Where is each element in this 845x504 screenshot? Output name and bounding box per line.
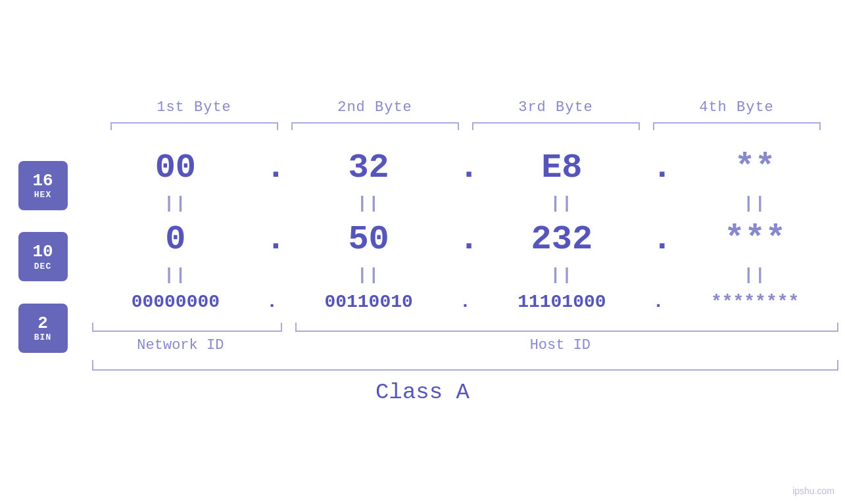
watermark: ipshu.com [792,486,834,496]
equals-row-2: || || || || [85,264,845,286]
dec-byte1-cell: 0 [85,220,266,259]
values-section: 16 HEX 10 DEC 2 BIN 00 . 32 [0,143,845,371]
hex-byte2: 32 [326,149,412,187]
class-label: Class A [0,380,845,405]
bin-dot2: . [459,292,472,312]
dec-badge-label: DEC [34,262,51,271]
bin-dot1: . [266,292,279,312]
eq2-cell1: || [85,265,266,285]
bin-byte4-cell: ******** [665,292,845,312]
main-container: 1st Byte 2nd Byte 3rd Byte 4th Byte 16 H… [0,0,845,504]
eq2-cell4: || [665,265,845,285]
dec-dot3: . [652,220,665,259]
dec-byte4: *** [712,220,798,259]
hex-dot3: . [652,149,665,187]
bin-badge-label: BIN [34,332,51,342]
bracket-byte4 [653,122,821,130]
eq1-cell2: || [279,194,459,214]
dec-byte2-cell: 50 [279,220,459,259]
hex-dot1: . [266,149,279,187]
eq1-sym4: || [744,194,767,214]
dec-badge: 10 DEC [18,232,68,281]
dec-dot2: . [459,220,472,259]
eq1-sym2: || [357,194,380,214]
bin-value-row: 00000000 . 00110010 . 11101000 . *******… [85,286,845,317]
network-host-labels: Network ID Host ID [85,337,845,354]
host-id-label: Host ID [276,337,845,354]
byte3-header: 3rd Byte [466,99,646,116]
bracket-byte2 [291,122,459,130]
eq2-sym4: || [744,265,767,285]
bin-badge-number: 2 [37,314,48,333]
eq1-cell3: || [472,194,652,214]
dec-byte3-cell: 232 [472,220,652,259]
bin-byte4: ******** [711,292,799,312]
class-bracket [92,360,838,371]
eq2-sym2: || [357,265,380,285]
eq2-cell3: || [472,265,652,285]
hex-badge: 16 HEX [18,161,68,210]
bin-byte1: 00000000 [132,292,220,312]
bin-byte3: 11101000 [518,292,606,312]
bin-badge: 2 BIN [18,304,68,353]
hex-badge-label: HEX [34,190,51,200]
byte-headers: 1st Byte 2nd Byte 3rd Byte 4th Byte [104,99,827,116]
hex-badge-number: 16 [32,172,53,191]
dec-value-row: 0 . 50 . 232 . *** [85,215,845,264]
hex-value-row: 00 . 32 . E8 . ** [85,143,845,193]
eq1-cell1: || [85,194,266,214]
bracket-byte1 [110,122,278,130]
dec-dot1: . [266,220,279,259]
hex-dot2: . [459,149,472,187]
byte4-header: 4th Byte [646,99,827,116]
dec-byte3: 232 [519,220,604,259]
content-area: 00 . 32 . E8 . ** || || [85,143,845,371]
bin-byte1-cell: 00000000 [85,292,266,312]
network-id-label: Network ID [85,337,276,354]
bin-dot3: . [652,292,665,312]
bin-byte2: 00110010 [324,292,412,312]
eq1-sym1: || [164,194,187,214]
hex-byte1: 00 [133,149,218,187]
network-bracket [92,323,282,332]
top-brackets [104,122,827,130]
eq1-cell4: || [665,194,845,214]
bracket-byte3 [472,122,640,130]
eq1-sym3: || [550,194,573,214]
bin-byte2-cell: 00110010 [279,292,459,312]
hex-byte4-cell: ** [665,149,845,187]
hex-byte2-cell: 32 [279,149,459,187]
bottom-brackets-row [85,323,845,332]
eq2-cell2: || [279,265,459,285]
eq2-sym1: || [164,265,187,285]
hex-byte3-cell: E8 [472,149,652,187]
hex-byte1-cell: 00 [85,149,266,187]
equals-row-1: || || || || [85,193,845,215]
dec-byte1: 0 [133,220,218,259]
bin-byte3-cell: 11101000 [472,292,652,312]
byte1-header: 1st Byte [104,99,285,116]
host-bracket [295,323,838,332]
dec-badge-number: 10 [32,242,53,262]
eq2-sym3: || [550,265,573,285]
hex-byte4: ** [712,149,798,187]
hex-byte3: E8 [519,149,604,187]
byte2-header: 2nd Byte [285,99,466,116]
badge-column: 16 HEX 10 DEC 2 BIN [0,143,85,371]
dec-byte4-cell: *** [665,220,845,259]
dec-byte2: 50 [326,220,412,259]
